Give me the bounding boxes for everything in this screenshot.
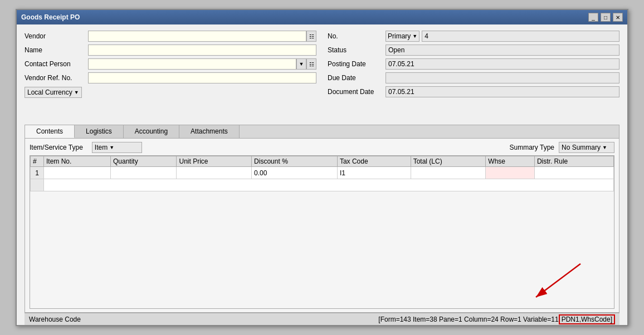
summary-type-label: Summary Type [510,144,554,151]
grid-container: # Item No. Quantity Unit Price Discount … [30,155,614,309]
tab-content-area: Item/Service Type Item ▼ Summary Type No… [25,139,619,312]
cell-num: 1 [31,167,44,179]
table-row-empty [31,179,614,191]
close-button[interactable]: ✕ [613,13,623,22]
main-window: Goods Receipt PO _ □ ✕ Vendor ☷ Name [16,9,628,326]
arrow-annotation [502,253,614,308]
cell-quantity[interactable] [110,167,177,179]
vendor-input[interactable] [88,31,306,42]
col-distr-rule: Distr. Rule [534,156,613,167]
right-section: No. Primary ▼ Status Open Posting Date 0… [328,30,619,98]
item-service-type-label: Item/Service Type [30,144,83,151]
summary-type-dropdown[interactable]: No Summary ▼ [559,142,614,153]
content-toolbar: Item/Service Type Item ▼ Summary Type No… [30,142,614,153]
currency-dropdown[interactable]: Local Currency ▼ [25,87,82,98]
tab-contents[interactable]: Contents [25,125,75,138]
cell-item-no[interactable] [44,167,111,179]
cell-num-empty [31,179,44,191]
svg-line-1 [536,264,580,297]
left-section: Vendor ☷ Name Contact Person ▼ ☷ [25,30,316,98]
summary-type-arrow-icon: ▼ [602,145,607,150]
cell-whse[interactable] [486,167,535,179]
currency-value: Local Currency [27,88,72,96]
no-label: No. [328,32,383,40]
col-total-lc: Total (LC) [411,156,486,167]
no-type-arrow-icon: ▼ [412,33,417,39]
status-row: Status Open [328,44,619,56]
cell-tax-code[interactable]: I1 [337,167,411,179]
vendor-row: Vendor ☷ [25,30,316,42]
no-input[interactable] [422,31,619,42]
item-type-value: Item [95,144,108,151]
summary-section: Summary Type No Summary ▼ [510,142,614,153]
window-controls: _ □ ✕ [588,13,623,22]
item-type-dropdown[interactable]: Item ▼ [92,142,142,153]
col-item-no: Item No. [44,156,111,167]
col-unit-price: Unit Price [177,156,252,167]
form-grid: Vendor ☷ Name Contact Person ▼ ☷ [25,30,619,98]
window-title: Goods Receipt PO [21,13,80,21]
contact-row: Contact Person ▼ ☷ [25,58,316,70]
posting-date-row: Posting Date 07.05.21 [328,58,619,70]
window-body: Vendor ☷ Name Contact Person ▼ ☷ [17,24,627,325]
status-value: Open [386,45,619,56]
due-date-value [386,72,619,83]
table-body: 1 0.00 I1 [31,167,614,191]
cell-empty [44,179,614,191]
vendor-field-container: ☷ [88,31,316,42]
name-label: Name [25,46,86,54]
posting-date-value: 07.05.21 [386,58,619,70]
form-info-boxed: PDN1,WhsCode] [559,314,615,324]
vendor-ref-label: Vendor Ref. No. [25,74,86,82]
warehouse-code-label: Warehouse Code [29,316,378,323]
cell-distr-rule[interactable] [534,167,613,179]
currency-row: Local Currency ▼ [25,87,316,98]
contact-field-container: ▼ ☷ [88,58,316,70]
name-input[interactable] [88,45,316,56]
col-whse: Whse [486,156,535,167]
contact-dropdown-button[interactable]: ▼ [296,58,306,70]
due-date-row: Due Date [328,72,619,84]
tab-bar: Contents Logistics Accounting Attachment… [25,125,619,139]
status-label: Status [328,46,383,54]
contact-browse-button[interactable]: ☷ [306,58,316,70]
item-type-arrow-icon: ▼ [109,145,114,150]
document-date-label: Document Date [328,88,383,96]
status-bar: Warehouse Code [Form=143 Item=38 Pane=1 … [25,313,619,325]
posting-date-label: Posting Date [328,60,383,68]
tab-accounting[interactable]: Accounting [124,125,179,138]
document-date-row: Document Date 07.05.21 [328,86,619,98]
title-bar: Goods Receipt PO _ □ ✕ [17,10,627,24]
summary-type-value: No Summary [562,144,601,151]
cell-unit-price[interactable] [177,167,252,179]
vendor-browse-button[interactable]: ☷ [306,31,316,42]
status-right: [Form=143 Item=38 Pane=1 Column=24 Row=1… [378,314,615,324]
vendor-ref-input[interactable] [88,72,316,83]
col-tax-code: Tax Code [337,156,411,167]
maximize-button[interactable]: □ [601,13,611,22]
tab-attachments[interactable]: Attachments [179,125,240,138]
no-row: No. Primary ▼ [328,30,619,42]
col-quantity: Quantity [110,156,177,167]
cell-discount[interactable]: 0.00 [252,167,338,179]
form-info-plain: [Form=143 Item=38 Pane=1 Column=24 Row=1… [378,316,558,323]
no-type-value: Primary [388,32,411,40]
vendor-ref-row: Vendor Ref. No. [25,72,316,84]
col-num: # [31,156,44,167]
vendor-label: Vendor [25,32,86,40]
cell-total-lc[interactable] [411,167,486,179]
table-header: # Item No. Quantity Unit Price Discount … [31,156,614,167]
tab-logistics[interactable]: Logistics [75,125,124,138]
col-discount: Discount % [252,156,338,167]
tabs-container: Contents Logistics Accounting Attachment… [25,125,619,313]
currency-arrow-icon: ▼ [74,90,79,95]
name-row: Name [25,44,316,56]
due-date-label: Due Date [328,74,383,82]
contact-input[interactable] [88,58,296,70]
minimize-button[interactable]: _ [588,13,598,22]
contact-label: Contact Person [25,60,86,68]
items-table: # Item No. Quantity Unit Price Discount … [30,156,614,191]
document-date-value: 07.05.21 [386,86,619,97]
spacer [25,102,619,125]
no-type-dropdown[interactable]: Primary ▼ [386,31,419,42]
